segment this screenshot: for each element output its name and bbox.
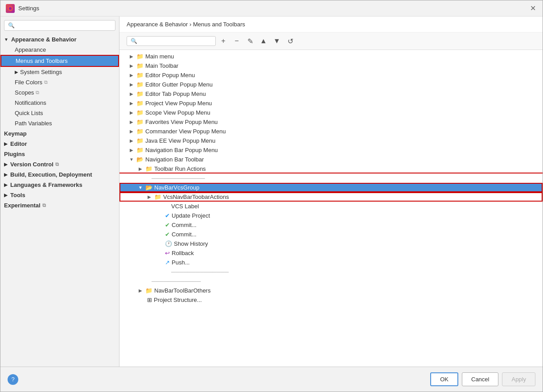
sidebar-item-notifications[interactable]: Notifications bbox=[0, 98, 119, 108]
expand-arrow-icon: ▶ bbox=[128, 91, 135, 96]
tree-item-editor-popup-menu[interactable]: ▶ 📁 Editor Popup Menu bbox=[119, 70, 543, 80]
copy-icon: ⧉ bbox=[36, 90, 39, 95]
expand-arrow-icon: ▶ bbox=[128, 54, 135, 59]
tree-item-show-history[interactable]: 🕐 Show History bbox=[119, 239, 543, 248]
apply-button[interactable]: Apply bbox=[502, 372, 535, 386]
tree-item-label: Toolbar Run Actions bbox=[154, 165, 206, 172]
tree-item-favorites-view-popup-menu[interactable]: ▶ 📁 Favorites View Popup Menu bbox=[119, 117, 543, 127]
sidebar-item-appearance-behavior[interactable]: ▼ Appearance & Behavior bbox=[0, 34, 119, 45]
close-button[interactable]: ✕ bbox=[528, 4, 537, 13]
tree-item-label: VcsNavBarToobarActions bbox=[163, 194, 229, 200]
tree-item-commit1[interactable]: ✔ Commit... bbox=[119, 220, 543, 230]
sidebar-item-file-colors[interactable]: File Colors ⧉ bbox=[0, 77, 119, 87]
folder-icon: 📁 bbox=[145, 287, 152, 294]
sidebar-item-keymap[interactable]: Keymap bbox=[0, 128, 119, 139]
sidebar-item-label: Path Variables bbox=[15, 120, 52, 127]
edit-button[interactable]: ✎ bbox=[244, 35, 256, 47]
expand-arrow-icon: ▶ bbox=[4, 182, 8, 187]
sidebar-item-system-settings[interactable]: ▶ System Settings bbox=[0, 67, 119, 77]
tree-item-separator1[interactable]: ───────────── bbox=[119, 173, 543, 183]
tree-item-commander-view-popup-menu[interactable]: ▶ 📁 Commander View Popup Menu bbox=[119, 127, 543, 136]
sidebar-item-plugins[interactable]: Plugins bbox=[0, 149, 119, 159]
folder-icon: 📁 bbox=[136, 137, 144, 144]
tree-search[interactable]: 🔍 bbox=[127, 36, 216, 46]
tree-search-input[interactable] bbox=[139, 38, 212, 44]
sidebar-item-path-variables[interactable]: Path Variables bbox=[0, 118, 119, 128]
sidebar-item-menus-toolbars[interactable]: Menus and Toolbars bbox=[0, 55, 119, 67]
expand-arrow-icon: ▶ bbox=[4, 141, 8, 146]
tree-item-navbar-vcs-group[interactable]: ▼ 📂 NavBarVcsGroup bbox=[119, 183, 543, 192]
tree-item-label: Push... bbox=[172, 259, 189, 266]
svg-point-1 bbox=[9, 7, 12, 10]
tree-item-project-structure[interactable]: ⊞ Project Structure... bbox=[119, 295, 543, 305]
expand-arrow-icon: ▶ bbox=[128, 101, 135, 106]
title-bar: Settings ✕ bbox=[0, 0, 543, 17]
tree-item-label: VCS Label bbox=[171, 203, 199, 210]
tree-item-rollback[interactable]: ↩ Rollback bbox=[119, 248, 543, 258]
tree-item-navigation-bar-toolbar[interactable]: ▼ 📂 Navigation Bar Toolbar bbox=[119, 155, 543, 164]
tree-item-separator3[interactable]: ──────────── bbox=[119, 276, 543, 286]
tree-item-navigation-bar-popup-menu[interactable]: ▶ 📁 Navigation Bar Popup Menu bbox=[119, 145, 543, 155]
tree-item-label: Update Project bbox=[172, 212, 210, 219]
sidebar-item-appearance[interactable]: Appearance bbox=[0, 45, 119, 55]
bottom-bar: ? OK Cancel Apply bbox=[0, 367, 543, 392]
sidebar-item-version-control[interactable]: ▶ Version Control ⧉ bbox=[0, 159, 119, 169]
tree-item-label: Editor Tab Popup Menu bbox=[145, 91, 206, 97]
expand-arrow-icon: ▶ bbox=[128, 138, 135, 143]
grid-icon: ⊞ bbox=[147, 297, 152, 303]
folder-icon: 📁 bbox=[136, 147, 144, 153]
sidebar-search[interactable]: 🔍 bbox=[4, 20, 115, 31]
separator-icon: ──────────── bbox=[152, 278, 201, 285]
tree-item-commit2[interactable]: ✔ Commit... bbox=[119, 230, 543, 239]
tree-item-vcs-navbar-toolbar-actions[interactable]: ▶ 📁 VcsNavBarToobarActions bbox=[119, 192, 543, 202]
tree-item-main-menu[interactable]: ▶ 📁 Main menu bbox=[119, 52, 543, 61]
move-up-button[interactable]: ▲ bbox=[258, 35, 269, 47]
expand-arrow-icon: ▶ bbox=[4, 193, 8, 198]
add-button[interactable]: + bbox=[218, 35, 229, 47]
tree-item-vcs-label[interactable]: VCS Label bbox=[119, 202, 543, 211]
cancel-button[interactable]: Cancel bbox=[462, 372, 498, 386]
tree-item-editor-gutter-popup-menu[interactable]: ▶ 📁 Editor Gutter Popup Menu bbox=[119, 80, 543, 89]
tree-item-update-project[interactable]: ✔ Update Project bbox=[119, 211, 543, 220]
expand-arrow-icon: ▶ bbox=[128, 129, 135, 134]
sidebar-item-tools[interactable]: ▶ Tools bbox=[0, 190, 119, 200]
tree-item-navbar-toolbar-others[interactable]: ▶ 📁 NavBarToolBarOthers bbox=[119, 286, 543, 295]
folder-icon: 📁 bbox=[136, 128, 144, 135]
remove-button[interactable]: − bbox=[231, 35, 243, 47]
sidebar-item-quick-lists[interactable]: Quick Lists bbox=[0, 108, 119, 118]
sidebar-item-build-execution[interactable]: ▶ Build, Execution, Deployment bbox=[0, 169, 119, 180]
expand-arrow-icon: ▶ bbox=[137, 288, 144, 293]
expand-arrow-icon: ▶ bbox=[15, 70, 18, 74]
check-green-icon: ✔ bbox=[165, 231, 170, 238]
tree-item-editor-tab-popup-menu[interactable]: ▶ 📁 Editor Tab Popup Menu bbox=[119, 89, 543, 99]
expand-arrow-icon: ▶ bbox=[146, 194, 152, 199]
clock-icon: 🕐 bbox=[165, 240, 172, 247]
folder-icon: 📁 bbox=[136, 81, 144, 88]
tree-item-scope-view-popup-menu[interactable]: ▶ 📁 Scope View Popup Menu bbox=[119, 108, 543, 117]
tree-item-label: Show History bbox=[174, 240, 208, 247]
tree-item-project-view-popup-menu[interactable]: ▶ 📁 Project View Popup Menu bbox=[119, 99, 543, 108]
tree-item-push[interactable]: ↗ Push... bbox=[119, 258, 543, 267]
breadcrumb-current: Menus and Toolbars bbox=[193, 21, 245, 28]
expand-arrow-icon: ▶ bbox=[128, 82, 135, 87]
sidebar-item-languages-frameworks[interactable]: ▶ Languages & Frameworks bbox=[0, 180, 119, 190]
reset-button[interactable]: ↺ bbox=[284, 35, 296, 47]
sidebar-item-experimental[interactable]: Experimental ⧉ bbox=[0, 200, 119, 210]
ok-button[interactable]: OK bbox=[430, 372, 458, 386]
tree-item-separator2[interactable]: ────────────── bbox=[119, 267, 543, 276]
tree-item-main-toolbar[interactable]: ▶ 📁 Main Toolbar bbox=[119, 61, 543, 70]
folder-icon: 📁 bbox=[136, 91, 144, 97]
rollback-icon: ↩ bbox=[165, 250, 170, 256]
sidebar-item-label: Build, Execution, Deployment bbox=[10, 171, 92, 178]
tree-item-label: Scope View Popup Menu bbox=[145, 109, 210, 116]
tree-item-java-ee-view-popup-menu[interactable]: ▶ 📁 Java EE View Popup Menu bbox=[119, 136, 543, 145]
sidebar-item-editor[interactable]: ▶ Editor bbox=[0, 139, 119, 149]
sidebar-item-label: Scopes bbox=[15, 89, 34, 96]
move-down-button[interactable]: ▼ bbox=[271, 35, 283, 47]
sidebar-item-scopes[interactable]: Scopes ⧉ bbox=[0, 87, 119, 98]
tree-item-toolbar-run-actions[interactable]: ▶ 📁 Toolbar Run Actions bbox=[119, 164, 543, 173]
sidebar-search-input[interactable] bbox=[16, 22, 111, 29]
folder-icon: 📁 bbox=[154, 194, 161, 200]
help-button[interactable]: ? bbox=[8, 374, 18, 385]
tree-toolbar: 🔍 + − ✎ ▲ ▼ ↺ bbox=[119, 33, 543, 50]
